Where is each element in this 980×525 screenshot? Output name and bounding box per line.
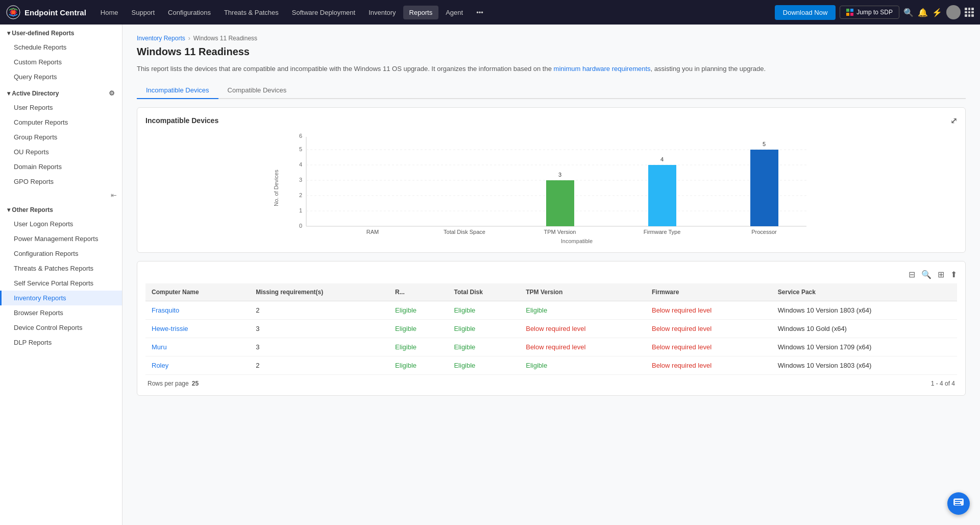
lightning-icon[interactable]: ⚡: [932, 7, 942, 17]
table-header-row: Computer Name Missing requirement(s) R..…: [145, 283, 957, 301]
nav-more[interactable]: •••: [470, 6, 489, 19]
topnav-actions: Download Now Jump to SDP 🔍 🔔 ⚡: [775, 5, 974, 20]
chart-card: Incompatible Devices ⤢ 0 1 2 3 4 5 6: [137, 107, 966, 253]
svg-text:5: 5: [299, 146, 302, 152]
sidebar-section-header-other-reports[interactable]: ▾ Other Reports: [0, 201, 122, 217]
sidebar-item-device-control-reports[interactable]: Device Control Reports: [0, 320, 122, 335]
svg-text:5: 5: [763, 141, 766, 147]
nav-threats[interactable]: Threats & Patches: [218, 6, 285, 19]
tab-incompatible[interactable]: Incompatible Devices: [137, 82, 218, 99]
svg-text:2: 2: [299, 192, 302, 198]
table-row: Muru 3 Eligible Eligible Below required …: [145, 338, 957, 356]
hardware-req-link[interactable]: minimum hardware requirements: [554, 65, 651, 73]
sp-value: Windows 10 Version 1803 (x64): [772, 301, 957, 319]
notifications-icon[interactable]: 🔔: [918, 7, 928, 17]
sdp-icon: [846, 9, 853, 16]
computer-link-frasquito[interactable]: Frasquito: [152, 306, 179, 314]
apps-grid-icon[interactable]: [965, 8, 974, 17]
tab-compatible[interactable]: Compatible Devices: [218, 82, 296, 99]
missing-count: 2: [250, 356, 389, 374]
sidebar-item-inventory-reports[interactable]: Inventory Reports: [0, 291, 122, 305]
sidebar-item-user-logon-reports[interactable]: User Logon Reports: [0, 217, 122, 231]
sidebar-section-active-directory: ▾ Active Directory ⚙ User Reports Comput…: [0, 84, 122, 201]
sidebar-item-domain-reports[interactable]: Domain Reports: [0, 159, 122, 174]
sidebar-item-query-reports[interactable]: Query Reports: [0, 69, 122, 84]
tpm-status: Below required level: [520, 338, 646, 356]
sidebar-section-user-defined: ▾ User-defined Reports Schedule Reports …: [0, 25, 122, 84]
search-icon[interactable]: 🔍: [903, 7, 914, 17]
svg-text:RAM: RAM: [366, 229, 379, 235]
breadcrumb-parent[interactable]: Inventory Reports: [137, 35, 185, 42]
sidebar-item-threats-patches-reports[interactable]: Threats & Patches Reports: [0, 261, 122, 276]
chart-share-icon[interactable]: ⤢: [950, 116, 957, 126]
table-card: ⊟ 🔍 ⊞ ⬆ Computer Name Missing requiremen…: [137, 261, 966, 396]
r-status: Eligible: [389, 338, 448, 356]
sidebar-item-custom-reports[interactable]: Custom Reports: [0, 55, 122, 69]
filter-icon[interactable]: ⊟: [909, 270, 915, 279]
tpm-status: Eligible: [520, 301, 646, 319]
svg-rect-5: [850, 13, 853, 16]
logo[interactable]: Endpoint Central: [6, 5, 86, 19]
search-table-icon[interactable]: 🔍: [921, 270, 932, 279]
pagination-info: 1 - 4 of 4: [931, 380, 955, 387]
computer-link-hewe[interactable]: Hewe-trissie: [152, 325, 188, 332]
r-status: Eligible: [389, 356, 448, 374]
nav-home[interactable]: Home: [94, 6, 125, 19]
sidebar-item-schedule-reports[interactable]: Schedule Reports: [0, 40, 122, 55]
jump-to-sdp-button[interactable]: Jump to SDP: [840, 6, 899, 19]
svg-text:Incompatible: Incompatible: [561, 238, 593, 244]
logo-icon: [6, 5, 20, 19]
sidebar-item-browser-reports[interactable]: Browser Reports: [0, 305, 122, 320]
sidebar-section-header-active-directory[interactable]: ▾ Active Directory ⚙: [0, 84, 122, 100]
export-icon[interactable]: ⬆: [950, 270, 957, 279]
sidebar-item-dlp-reports[interactable]: DLP Reports: [0, 335, 122, 350]
avatar[interactable]: [946, 5, 961, 19]
table-toolbar: ⊟ 🔍 ⊞ ⬆: [145, 270, 957, 279]
sidebar-item-group-reports[interactable]: Group Reports: [0, 130, 122, 145]
sidebar-item-ou-reports[interactable]: OU Reports: [0, 145, 122, 159]
svg-rect-23: [546, 180, 574, 226]
chat-fab[interactable]: [947, 492, 970, 515]
tab-bar: Incompatible Devices Compatible Devices: [137, 82, 966, 99]
nav-inventory[interactable]: Inventory: [362, 6, 402, 19]
gear-icon[interactable]: ⚙: [109, 89, 115, 97]
svg-rect-4: [846, 13, 849, 16]
computer-link-muru[interactable]: Muru: [152, 343, 167, 351]
sidebar-collapse-button[interactable]: ⇤: [0, 189, 122, 201]
chart-card-title: Incompatible Devices ⤢: [145, 116, 957, 126]
sidebar-item-configuration-reports[interactable]: Configuration Reports: [0, 246, 122, 261]
disk-status: Eligible: [448, 319, 520, 338]
svg-text:4: 4: [299, 161, 302, 168]
page-description: This report lists the devices that are c…: [137, 64, 966, 74]
nav-support[interactable]: Support: [126, 6, 161, 19]
sp-value: Windows 10 Version 1709 (x64): [772, 338, 957, 356]
nav-agent[interactable]: Agent: [439, 6, 469, 19]
table-row: Roley 2 Eligible Eligible Eligible Below…: [145, 356, 957, 374]
sidebar-item-self-service-reports[interactable]: Self Service Portal Reports: [0, 276, 122, 291]
nav-software[interactable]: Software Deployment: [286, 6, 361, 19]
incompatible-devices-table: Computer Name Missing requirement(s) R..…: [145, 283, 957, 375]
sidebar-item-computer-reports[interactable]: Computer Reports: [0, 115, 122, 130]
sidebar-section-header-user-defined[interactable]: ▾ User-defined Reports: [0, 25, 122, 40]
svg-text:6: 6: [299, 133, 302, 139]
tpm-status: Eligible: [520, 356, 646, 374]
nav-reports[interactable]: Reports: [403, 6, 439, 19]
top-navigation: Endpoint Central Home Support Configurat…: [0, 0, 980, 25]
download-now-button[interactable]: Download Now: [775, 5, 836, 20]
col-r: R...: [389, 283, 448, 301]
disk-status: Eligible: [448, 301, 520, 319]
computer-link-roley[interactable]: Roley: [152, 362, 168, 369]
columns-icon[interactable]: ⊞: [938, 270, 944, 279]
breadcrumb: Inventory Reports › Windows 11 Readiness: [137, 35, 966, 42]
table-row: Hewe-trissie 3 Eligible Eligible Below r…: [145, 319, 957, 338]
rows-per-page: Rows per page 25: [148, 380, 199, 387]
svg-text:3: 3: [299, 177, 302, 183]
sidebar-item-power-management-reports[interactable]: Power Management Reports: [0, 231, 122, 246]
svg-text:No. of Devices: No. of Devices: [273, 169, 279, 206]
svg-rect-29: [750, 150, 778, 226]
nav-configurations[interactable]: Configurations: [162, 6, 217, 19]
r-status: Eligible: [389, 301, 448, 319]
sidebar-item-gpo-reports[interactable]: GPO Reports: [0, 174, 122, 189]
sp-value: Windows 10 Gold (x64): [772, 319, 957, 338]
sidebar-item-user-reports[interactable]: User Reports: [0, 100, 122, 115]
